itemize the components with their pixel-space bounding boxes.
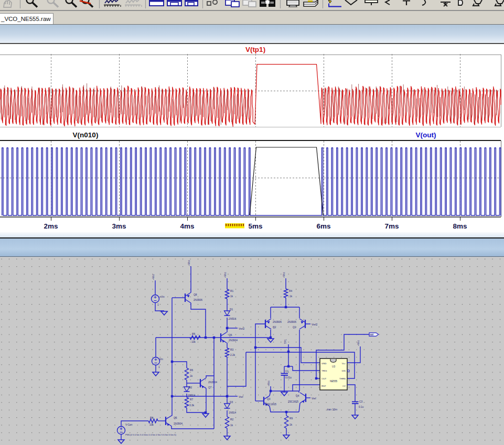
svg-text:Vcc: Vcc — [342, 362, 346, 365]
svg-text:R5: R5 — [192, 333, 195, 335]
svg-text:Q4: Q4 — [296, 395, 299, 397]
svg-text:+Vcc: +Vcc — [283, 272, 285, 278]
svg-text:+Vcc: +Vcc — [357, 340, 360, 346]
svg-text:2N3904: 2N3904 — [208, 381, 217, 384]
svg-text:0.01u: 0.01u — [285, 376, 292, 379]
svg-text:3.3k: 3.3k — [189, 404, 195, 407]
svg-text:PWL(0 5 0.5m 5 0.51m 0 4.5m 0: PWL(0 5 0.5m 5 0.51m 0 4.5m 0 5m 5 6.5m … — [125, 433, 176, 436]
svg-text:1k: 1k — [230, 424, 233, 427]
svg-text:Q8: Q8 — [194, 294, 197, 296]
svg-text:out: out — [370, 333, 373, 336]
svg-text:1k: 1k — [289, 424, 293, 426]
svg-text:R6: R6 — [190, 369, 193, 372]
svg-text:0.1u: 0.1u — [359, 406, 364, 408]
svg-text:V(out): V(out) — [416, 131, 436, 139]
svg-text:NE555: NE555 — [330, 380, 337, 383]
svg-text:D3: D3 — [230, 401, 233, 404]
svg-text:2.2k: 2.2k — [230, 354, 235, 356]
svg-text:6ms: 6ms — [316, 222, 330, 230]
svg-text:D2: D2 — [189, 386, 192, 389]
svg-text:Vref2: Vref2 — [312, 323, 318, 326]
svg-text:Q1: Q1 — [293, 326, 296, 329]
svg-text:R4: R4 — [289, 290, 292, 292]
svg-text:Vin: Vin — [159, 358, 163, 361]
svg-text:TP1: TP1 — [284, 339, 287, 344]
svg-text:2N3906: 2N3906 — [273, 321, 282, 323]
svg-text:1N914: 1N914 — [188, 394, 195, 397]
svg-text:Q3: Q3 — [267, 398, 271, 400]
svg-text:R8: R8 — [150, 417, 153, 419]
svg-text:DIS: DIS — [342, 370, 346, 372]
svg-text:1k: 1k — [190, 375, 193, 377]
svg-text:2SC1815: 2SC1815 — [288, 400, 298, 403]
svg-text:2ms: 2ms — [44, 222, 58, 230]
svg-text:2N3906: 2N3906 — [194, 299, 202, 301]
svg-text:Q6: Q6 — [229, 334, 232, 337]
svg-text:3ms: 3ms — [112, 222, 126, 230]
svg-text:1k: 1k — [230, 295, 233, 298]
svg-text:D1: D1 — [230, 308, 233, 311]
svg-text:+Vcc: +Vcc — [267, 381, 270, 386]
svg-text:1: 1 — [157, 303, 159, 306]
svg-text:THRS: THRS — [339, 377, 346, 380]
svg-text:10k: 10k — [191, 341, 196, 343]
svg-text:R3: R3 — [230, 349, 233, 351]
svg-text:Q2: Q2 — [273, 326, 276, 329]
svg-text:U3: U3 — [332, 365, 335, 368]
svg-text:.tran 10m: .tran 10m — [326, 408, 337, 411]
svg-text:5ms: 5ms — [248, 222, 262, 230]
svg-text:RST: RST — [321, 385, 326, 387]
svg-text:C3: C3 — [359, 400, 362, 403]
svg-text:+Vin: +Vin — [159, 296, 165, 298]
svg-text:2N3904: 2N3904 — [174, 422, 183, 425]
svg-text:V-Con: V-Con — [125, 424, 133, 426]
svg-text:R2: R2 — [230, 418, 233, 421]
svg-text:OUT: OUT — [321, 377, 327, 380]
svg-text:Q5: Q5 — [174, 417, 177, 419]
svg-text:C1: C1 — [285, 370, 288, 373]
svg-text:V(tp1): V(tp1) — [245, 46, 265, 53]
svg-text:TRIG: TRIG — [321, 370, 327, 372]
svg-text:10k: 10k — [149, 424, 154, 426]
svg-text:7ms: 7ms — [384, 222, 399, 230]
svg-text:+Vcc: +Vcc — [224, 272, 227, 278]
svg-text:Q7: Q7 — [208, 386, 212, 389]
svg-text:2SC1815: 2SC1815 — [266, 403, 276, 406]
svg-text:GND: GND — [321, 362, 327, 365]
svg-text:R7: R7 — [190, 398, 193, 401]
svg-text:Vref: Vref — [239, 396, 243, 398]
svg-text:1N914: 1N914 — [229, 411, 236, 414]
svg-text:V(n010): V(n010) — [73, 131, 99, 139]
svg-text:R1: R1 — [230, 290, 233, 292]
svg-text:2N3904: 2N3904 — [229, 339, 238, 342]
svg-text:2N3906: 2N3906 — [287, 321, 296, 323]
svg-text:1N914: 1N914 — [229, 318, 236, 320]
svg-text:1k: 1k — [289, 295, 293, 298]
svg-text:R9: R9 — [289, 417, 293, 420]
svg-text:+Vcc: +Vcc — [188, 260, 190, 266]
svg-text:4ms: 4ms — [180, 222, 194, 230]
svg-text:Vref2: Vref2 — [239, 328, 245, 330]
svg-text:+Vcc: +Vcc — [152, 274, 155, 280]
svg-text:1: 1 — [158, 366, 160, 368]
svg-text:Vref: Vref — [312, 397, 316, 400]
svg-text:8ms: 8ms — [453, 222, 467, 230]
svg-text:CV: CV — [342, 385, 346, 387]
